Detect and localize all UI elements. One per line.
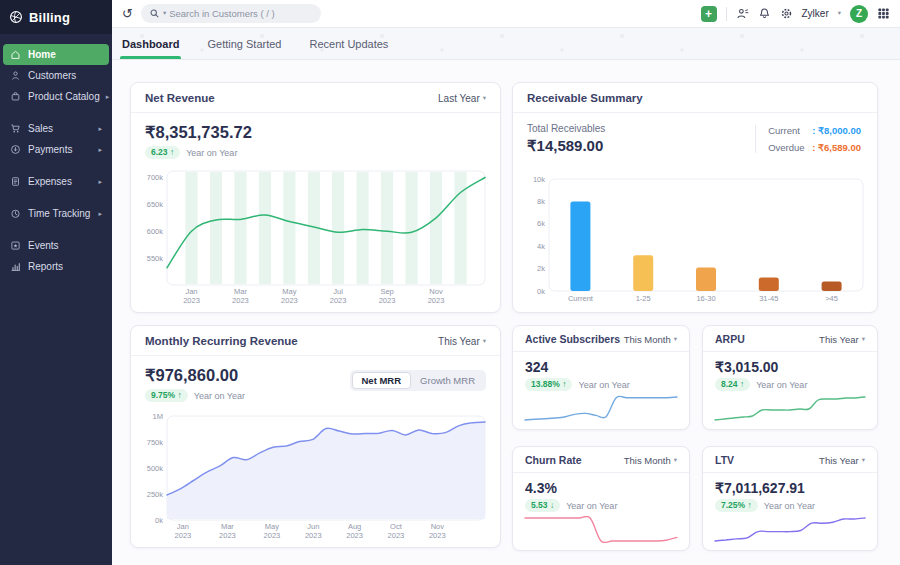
period-dropdown[interactable]: This Year ▾ [819,455,865,466]
period-dropdown[interactable]: This Year ▾ [438,336,486,347]
doc-icon [10,176,22,187]
sidebar-item-label: Payments [28,144,72,155]
svg-text:16-30: 16-30 [696,294,715,303]
net-revenue-card: Net Revenue Last Year ▾ ₹8,351,735.72 6.… [130,82,501,313]
svg-text:600k: 600k [147,227,164,236]
sidebar-item-label: Reports [28,261,63,272]
svg-text:Jan2023: Jan2023 [183,287,200,305]
tab-dashboard[interactable]: Dashboard [120,28,181,59]
active-subscribers-card: Active Subscribers This Month ▾ 324 13.8… [512,325,690,430]
legend-label: Overdue [768,142,812,153]
yoy-label: Year on Year [764,501,815,511]
chevron-down-icon: ▾ [862,457,865,464]
sidebar-item-customers[interactable]: Customers [3,65,109,86]
sidebar-item-product-catalog[interactable]: Product Catalog▸ [3,86,109,107]
dashboard-content: Net Revenue Last Year ▾ ₹8,351,735.72 6.… [112,60,900,565]
sidebar-group-gap [3,192,109,203]
sidebar-item-label: Home [28,49,56,60]
mrr-toggle: Net MRRGrowth MRR [350,370,487,391]
chevron-down-icon[interactable]: ▾ [163,10,166,17]
org-name[interactable]: Zylker [802,8,829,19]
report-icon [10,261,22,272]
tab-recent-updates[interactable]: Recent Updates [307,28,390,59]
svg-text:Jan2023: Jan2023 [175,522,192,540]
yoy-badge: 9.75% ↑ [145,389,188,402]
event-icon [10,240,22,251]
chevron-down-icon: ▾ [862,336,865,343]
yoy-badge: 7.25% ↑ [715,499,758,512]
sidebar-item-label: Time Tracking [28,208,90,219]
period-dropdown[interactable]: This Year ▾ [819,334,865,345]
user-icon [10,70,22,81]
svg-text:4k: 4k [537,242,545,251]
sidebar-item-reports[interactable]: Reports [3,256,109,277]
yoy-label: Year on Year [756,380,807,390]
avatar[interactable]: Z [850,5,868,23]
history-icon[interactable]: ↺ [122,7,133,20]
chevron-down-icon: ▾ [674,457,677,464]
chevron-down-icon: ▾ [483,338,486,345]
period-dropdown[interactable]: Last Year ▾ [438,93,486,104]
sidebar-item-time-tracking[interactable]: Time Tracking▸ [3,203,109,224]
sidebar-item-home[interactable]: Home [3,44,109,65]
sidebar-item-expenses[interactable]: Expenses▸ [3,171,109,192]
svg-text:0k: 0k [537,287,545,296]
legend-value: : ₹6,589.00 [812,142,861,153]
sidebar-item-events[interactable]: Events [3,235,109,256]
chevron-right-icon: ▸ [106,93,110,101]
apps-grid-icon[interactable] [877,7,890,20]
search-input[interactable] [169,8,297,19]
sidebar-item-sales[interactable]: Sales▸ [3,118,109,139]
bell-icon[interactable] [758,7,771,20]
chevron-right-icon: ▸ [98,146,102,154]
search-icon [149,8,160,19]
net-revenue-chart: 700k650k600k550kJan2023Mar2023May2023Jul… [139,167,493,306]
gear-icon[interactable] [780,7,793,20]
yoy-label: Year on Year [194,391,245,401]
sidebar-item-payments[interactable]: Payments▸ [3,139,109,160]
mrr-value: ₹976,860.00 [145,366,245,385]
svg-text:Jul2023: Jul2023 [330,287,347,305]
svg-text:10k: 10k [533,175,545,184]
tab-getting-started[interactable]: Getting Started [205,28,283,59]
subscribers-sparkline [523,395,679,422]
arpu-sparkline [713,395,867,422]
yoy-label: Year on Year [186,148,237,158]
svg-text:2k: 2k [537,264,545,273]
chevron-down-icon: ▾ [483,95,486,102]
svg-text:750k: 750k [147,438,164,447]
legend-row-current: Current: ₹8,000.00 [768,125,861,136]
quick-create-button[interactable]: + [701,6,717,22]
ltv-sparkline [713,516,867,543]
legend-label: Current [768,125,812,136]
sidebar-item-label: Customers [28,70,76,81]
search-box[interactable]: ▾ [141,4,321,23]
kpi-value: 4.3% [525,480,677,496]
svg-text:Nov2023: Nov2023 [429,522,446,540]
yoy-badge: 5.53 ↓ [525,499,560,512]
period-dropdown[interactable]: This Month ▾ [624,334,677,345]
toggle-net-mrr[interactable]: Net MRR [352,372,412,389]
svg-text:Nov2023: Nov2023 [428,287,445,305]
chevron-right-icon: ▸ [98,125,102,133]
period-dropdown[interactable]: This Month ▾ [624,455,677,466]
toggle-growth-mrr[interactable]: Growth MRR [411,372,484,389]
ltv-card: LTV This Year ▾ ₹7,011,627.91 7.25% ↑ Ye… [702,446,878,551]
svg-text:650k: 650k [147,200,164,209]
net-revenue-value: ₹8,351,735.72 [145,123,486,142]
arpu-card: ARPU This Year ▾ ₹3,015.00 8.24 ↑ Year o… [702,325,878,430]
receivable-summary-card: Receivable Summary Total Receivables ₹14… [512,82,878,313]
svg-text:1M: 1M [153,412,163,421]
mrr-area-chart: 1M750k500k250k0kJan2023Mar2023May2023Jun… [139,412,493,541]
card-title: ARPU [715,333,745,345]
svg-text:Jun2023: Jun2023 [305,522,322,540]
card-title: Receivable Summary [527,92,643,104]
sidebar-group-gap [3,107,109,118]
mrr-card: Monthly Recurring Revenue This Year ▾ ₹9… [130,325,501,548]
users-icon[interactable] [736,7,749,20]
kpi-value: ₹3,015.00 [715,359,865,375]
chevron-down-icon[interactable]: ▾ [838,10,841,17]
yoy-label: Year on Year [578,380,629,390]
svg-text:250k: 250k [147,490,164,499]
svg-text:Mar2023: Mar2023 [232,287,249,305]
